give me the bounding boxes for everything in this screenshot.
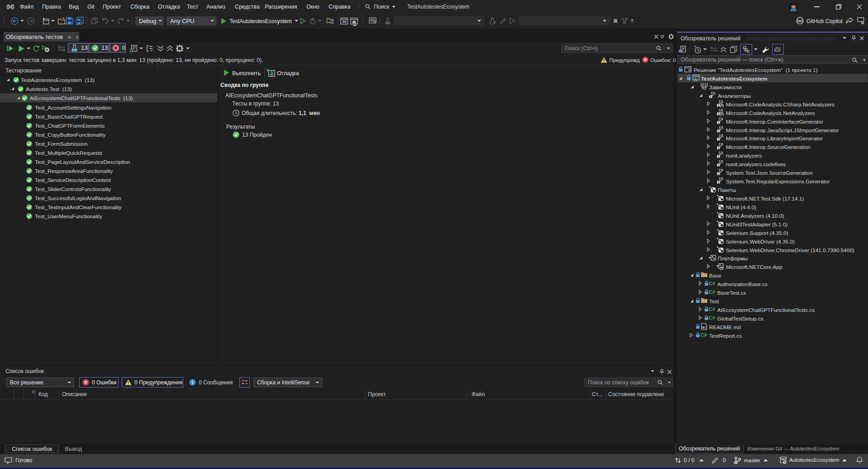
svg-text:C#: C# <box>709 281 715 286</box>
svg-text:C#: C# <box>709 315 715 321</box>
svg-text:M↓: M↓ <box>702 326 706 329</box>
svg-text:C#: C# <box>709 289 715 295</box>
svg-text:C#: C# <box>709 306 715 312</box>
svg-text:C#: C# <box>701 332 707 338</box>
